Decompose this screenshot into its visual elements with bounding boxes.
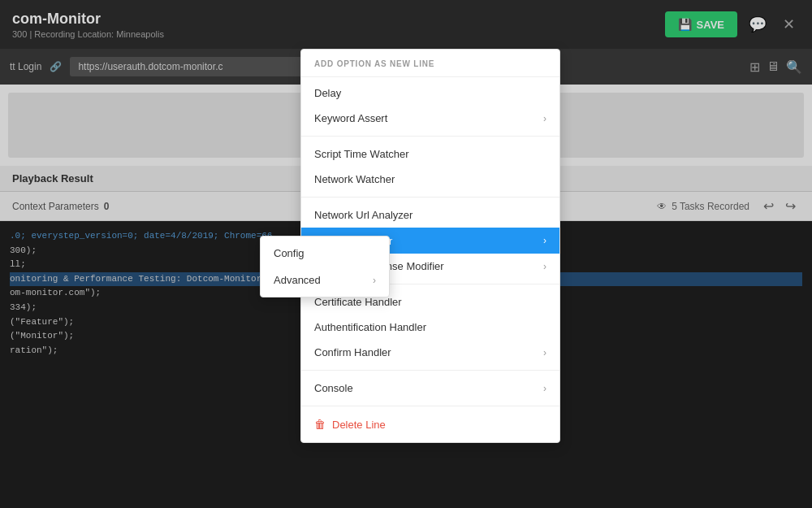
confirm-handler-label: Confirm Handler: [314, 346, 391, 358]
delete-line-label: Delete Line: [332, 419, 386, 431]
menu-header: ADD OPTION AS NEW LINE: [301, 54, 559, 77]
menu-item-ah-left: Authentification Handler: [314, 321, 426, 333]
menu-item-confirm-handler[interactable]: Confirm Handler ›: [301, 340, 559, 365]
separator-5: [301, 406, 559, 406]
advanced-label: Advanced: [274, 274, 321, 286]
menu-item-keyword-assert[interactable]: Keyword Assert ›: [301, 106, 559, 131]
config-label: Config: [274, 247, 304, 259]
advanced-arrow: ›: [373, 275, 376, 286]
menu-item-delay-left: Delay: [314, 87, 341, 99]
trash-icon: 🗑: [314, 418, 326, 431]
keyword-assert-label: Keyword Assert: [314, 112, 387, 124]
network-watcher-label: Network Watcher: [314, 173, 395, 185]
separator-1: [301, 136, 559, 137]
menu-item-keyword-left: Keyword Assert: [314, 112, 387, 124]
menu-item-delay[interactable]: Delay: [301, 80, 559, 106]
authentification-handler-label: Authentification Handler: [314, 321, 426, 333]
app-container: com-Monitor 300 | Recording Location: Mi…: [0, 0, 812, 508]
confirm-handler-arrow: ›: [543, 347, 546, 358]
certificate-handler-label: Certificate Handler: [314, 296, 402, 308]
menu-item-delete-left: 🗑 Delete Line: [314, 418, 386, 431]
delay-label: Delay: [314, 87, 341, 99]
menu-item-console[interactable]: Console ›: [301, 376, 559, 401]
menu-item-ch-left: Certificate Handler: [314, 296, 402, 308]
submenu-item-config[interactable]: Config: [261, 240, 389, 267]
menu-item-confirm-left: Confirm Handler: [314, 346, 391, 358]
menu-item-authentification-handler[interactable]: Authentification Handler: [301, 315, 559, 340]
submenu: Config Advanced ›: [260, 236, 390, 297]
menu-item-nw-left: Network Watcher: [314, 173, 395, 185]
network-response-modifier-arrow: ›: [543, 261, 546, 272]
menu-item-script-time-watcher[interactable]: Script Time Watcher: [301, 141, 559, 167]
separator-2: [301, 197, 559, 198]
submenu-item-advanced[interactable]: Advanced ›: [261, 267, 389, 293]
script-time-watcher-label: Script Time Watcher: [314, 148, 409, 160]
menu-item-stw-left: Script Time Watcher: [314, 148, 409, 160]
menu-item-network-watcher[interactable]: Network Watcher: [301, 167, 559, 192]
keyword-assert-arrow: ›: [543, 113, 546, 124]
menu-item-nua-left: Network Url Analyzer: [314, 209, 412, 221]
menu-item-delete-line[interactable]: 🗑 Delete Line: [301, 411, 559, 437]
separator-4: [301, 370, 559, 371]
console-arrow: ›: [543, 383, 546, 394]
network-filter-arrow: ›: [543, 235, 546, 246]
menu-item-network-url-analyzer[interactable]: Network Url Analyzer: [301, 202, 559, 228]
console-label: Console: [314, 382, 353, 394]
menu-item-console-left: Console: [314, 382, 353, 394]
network-url-analyzer-label: Network Url Analyzer: [314, 209, 412, 221]
